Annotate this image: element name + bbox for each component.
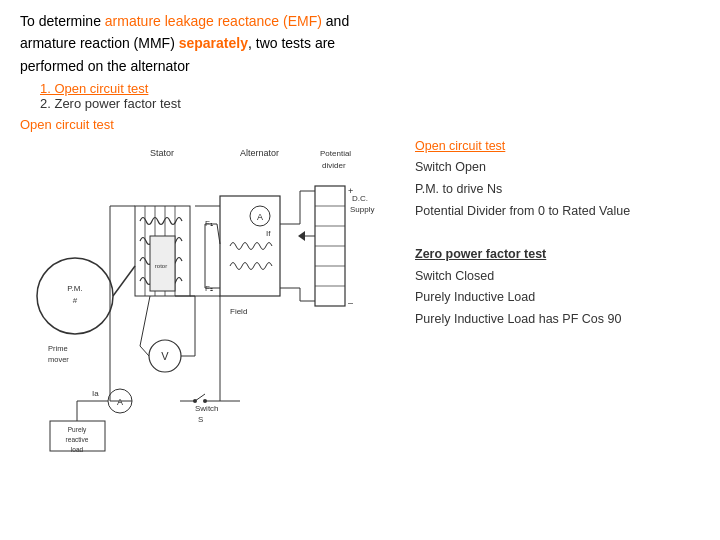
- intro-paragraph: To determine armature leakage reactance …: [20, 10, 700, 77]
- svg-text:Potential: Potential: [320, 149, 351, 158]
- separately-text: separately: [179, 35, 248, 51]
- right-panel: Open circuit test Switch Open P.M. to dr…: [410, 136, 700, 331]
- svg-text:Purely: Purely: [68, 426, 87, 434]
- svg-point-61: [203, 399, 207, 403]
- svg-text:Alternator: Alternator: [240, 148, 279, 158]
- svg-text:+: +: [348, 186, 353, 196]
- list-item-2: 2. Zero power factor test: [40, 96, 700, 111]
- svg-text:A: A: [117, 397, 123, 407]
- test-list: 1. Open circuit test 2. Zero power facto…: [40, 81, 700, 111]
- svg-text:mover: mover: [48, 355, 69, 364]
- svg-text:Switch: Switch: [195, 404, 219, 413]
- svg-text:If: If: [266, 229, 271, 238]
- svg-text:P.M.: P.M.: [67, 284, 82, 293]
- svg-text:–: –: [348, 298, 353, 308]
- svg-text:Ia: Ia: [92, 389, 99, 398]
- intro-line1-part1: To determine: [20, 13, 105, 29]
- svg-text:S: S: [198, 415, 203, 424]
- open-circuit-section-label: Open circuit test: [20, 117, 700, 132]
- svg-text:#: #: [73, 296, 78, 305]
- open-circuit-test-title: Open circuit test: [415, 139, 505, 153]
- svg-text:reactive: reactive: [66, 436, 89, 443]
- zpf-line2: Purely Inductive Load: [415, 287, 700, 309]
- svg-text:rotor: rotor: [155, 263, 167, 269]
- circuit-diagram: P.M. # Prime mover Stator: [20, 136, 400, 456]
- list-item-1: 1. Open circuit test: [40, 81, 700, 96]
- zero-power-factor-test-title: Zero power factor test: [415, 247, 546, 261]
- zpf-line3: Purely Inductive Load has PF Cos 90: [415, 309, 700, 331]
- oct-line3: Potential Divider from 0 to Rated Value: [415, 201, 700, 223]
- zpf-title: Zero power factor test: [415, 244, 700, 265]
- svg-text:V: V: [161, 350, 169, 362]
- main-content: P.M. # Prime mover Stator: [20, 136, 700, 456]
- svg-text:divider: divider: [322, 161, 346, 170]
- oct-line2: P.M. to drive Ns: [415, 179, 700, 201]
- svg-text:D.C.: D.C.: [352, 194, 368, 203]
- armature-leakage-text: armature leakage reactance (EMF): [105, 13, 322, 29]
- svg-text:A: A: [257, 212, 263, 222]
- svg-text:Stator: Stator: [150, 148, 174, 158]
- oct-line1: Switch Open: [415, 157, 700, 179]
- page-container: To determine armature leakage reactance …: [0, 0, 720, 540]
- intro-and: and: [322, 13, 349, 29]
- intro-line2-part2: , two tests are: [248, 35, 335, 51]
- svg-text:Prime: Prime: [48, 344, 68, 353]
- zpf-line1: Switch Closed: [415, 266, 700, 288]
- intro-line2-part1: armature reaction (MMF): [20, 35, 179, 51]
- svg-text:Field: Field: [230, 307, 247, 316]
- svg-text:load: load: [71, 446, 84, 453]
- svg-text:Supply: Supply: [350, 205, 374, 214]
- circuit-svg: P.M. # Prime mover Stator: [20, 136, 400, 456]
- oct-title: Open circuit test: [415, 136, 700, 157]
- svg-point-60: [193, 399, 197, 403]
- intro-line3: performed on the alternator: [20, 58, 190, 74]
